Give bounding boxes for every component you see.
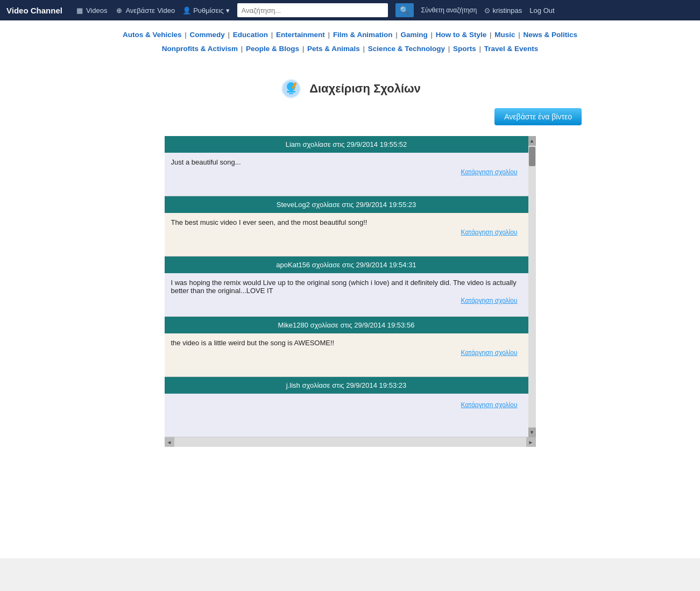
cancel-comment-link[interactable]: Κατάργηση σχολίου — [171, 347, 522, 360]
category-sep: | — [183, 31, 189, 39]
cancel-comment-link[interactable]: Κατάργηση σχολίου — [171, 166, 522, 179]
comment-block: Mike1280 σχολίασε στις 29/9/2014 19:53:5… — [165, 317, 528, 377]
category-link[interactable]: People & Blogs — [246, 45, 299, 53]
category-sep: | — [361, 45, 367, 53]
cancel-comment-link[interactable]: Κατάργηση σχολίου — [171, 226, 522, 239]
hscroll-track — [175, 438, 525, 446]
category-link[interactable]: Science & Technology — [368, 45, 445, 53]
videos-icon: ▦ — [75, 6, 84, 15]
title-icon — [279, 77, 303, 101]
page-title: Διαχείριση Σχολίων — [309, 82, 421, 96]
user-account-icon: ⊙ — [484, 6, 490, 15]
category-link[interactable]: Gaming — [400, 31, 427, 39]
comment-body: the video is a little weird but the song… — [165, 333, 528, 376]
hscroll-right-button[interactable]: ► — [526, 437, 536, 447]
category-sep: | — [239, 45, 245, 53]
comment-block: j.lish σχολίασε στις 29/9/2014 19:53:23Κ… — [165, 377, 528, 437]
svg-rect-3 — [287, 91, 295, 92]
category-link[interactable]: Nonprofits & Activism — [162, 45, 238, 53]
brand: Video Channel — [6, 6, 62, 15]
comment-body: Just a beautiful song...Κατάργηση σχολίο… — [165, 153, 528, 196]
comment-block: Liam σχολίασε στις 29/9/2014 19:55:52Jus… — [165, 136, 528, 196]
category-sep: | — [393, 31, 399, 39]
comment-header: SteveLog2 σχολίασε στις 29/9/2014 19:55:… — [165, 196, 528, 213]
videos-nav[interactable]: ▦ Videos — [75, 6, 108, 15]
comment-header: Liam σχολίασε στις 29/9/2014 19:55:52 — [165, 136, 528, 153]
comment-text: The best music video I ever seen, and th… — [171, 218, 522, 226]
comment-header: Mike1280 σχολίασε στις 29/9/2014 19:53:5… — [165, 317, 528, 333]
settings-nav[interactable]: 👤 Ρυθμίσεις ▾ — [182, 6, 229, 15]
navbar: Video Channel ▦ Videos ⊕ Ανεβάστε Video … — [0, 0, 700, 20]
category-link[interactable]: Education — [233, 31, 268, 39]
search-input[interactable] — [237, 3, 388, 17]
comment-block: apoKat156 σχολίασε στις 29/9/2014 19:54:… — [165, 257, 528, 317]
comment-header: j.lish σχολίασε στις 29/9/2014 19:53:23 — [165, 377, 528, 394]
comments-list: Liam σχολίασε στις 29/9/2014 19:55:52Jus… — [165, 136, 528, 437]
category-sep: | — [477, 45, 483, 53]
logout-link[interactable]: Log Out — [529, 6, 554, 15]
category-link[interactable]: News & Politics — [523, 31, 577, 39]
category-sep: | — [429, 31, 435, 39]
horizontal-scrollbar: ◄ ► — [165, 437, 536, 447]
cancel-comment-link[interactable]: Κατάργηση σχολίου — [171, 399, 522, 412]
category-sep: | — [269, 31, 275, 39]
user-icon: 👤 — [182, 6, 191, 15]
search-button[interactable]: 🔍 — [395, 3, 414, 17]
page-content: Autos & Vehicles | Commedy | Education |… — [0, 20, 700, 558]
hscroll-left-button[interactable]: ◄ — [165, 437, 174, 447]
category-link[interactable]: Film & Animation — [333, 31, 393, 39]
category-link[interactable]: Autos & Vehicles — [123, 31, 182, 39]
title-area: Διαχείριση Σχολίων — [0, 61, 700, 106]
comment-body: I was hoping the remix would Live up to … — [165, 273, 528, 316]
scroll-down-button[interactable]: ▼ — [528, 428, 536, 437]
cancel-comment-link[interactable]: Κατάργηση σχολίου — [171, 295, 522, 308]
category-link[interactable]: Music — [494, 31, 515, 39]
comment-body: The best music video I ever seen, and th… — [165, 213, 528, 256]
upload-nav[interactable]: ⊕ Ανεβάστε Video — [115, 6, 175, 15]
category-sep: | — [226, 31, 232, 39]
scroll-thumb[interactable] — [529, 147, 535, 166]
scroll-up-button[interactable]: ▲ — [528, 136, 536, 146]
category-sep: | — [446, 45, 452, 53]
upload-icon: ⊕ — [115, 6, 123, 15]
category-sep: | — [516, 31, 522, 39]
category-link[interactable]: Pets & Animals — [307, 45, 360, 53]
comment-text: the video is a little weird but the song… — [171, 339, 522, 347]
username-display: ⊙ kristinpas — [484, 6, 522, 15]
upload-video-button[interactable]: Ανεβάστε ένα βίντεο — [494, 108, 582, 125]
advanced-search-link[interactable]: Σύνθετη αναζήτηση — [421, 6, 477, 14]
category-sep: | — [326, 31, 332, 39]
comment-block: SteveLog2 σχολίασε στις 29/9/2014 19:55:… — [165, 196, 528, 257]
comment-body: Κατάργηση σχολίου — [165, 394, 528, 437]
category-link[interactable]: Travel & Events — [484, 45, 539, 53]
search-icon: 🔍 — [400, 6, 409, 15]
category-sep: | — [300, 45, 306, 53]
category-link[interactable]: Entertainment — [276, 31, 325, 39]
comment-header: apoKat156 σχολίασε στις 29/9/2014 19:54:… — [165, 257, 528, 273]
category-sep: | — [487, 31, 493, 39]
category-link[interactable]: Commedy — [190, 31, 225, 39]
comment-text: Just a beautiful song... — [171, 158, 522, 166]
svg-rect-4 — [289, 93, 293, 94]
comments-wrapper: Liam σχολίασε στις 29/9/2014 19:55:52Jus… — [165, 136, 536, 447]
category-link[interactable]: Sports — [453, 45, 476, 53]
category-bar: Autos & Vehicles | Commedy | Education |… — [0, 20, 700, 61]
upload-btn-area: Ανεβάστε ένα βίντεο — [0, 106, 700, 136]
comment-text: I was hoping the remix would Live up to … — [171, 279, 522, 295]
category-link[interactable]: How to & Style — [436, 31, 487, 39]
